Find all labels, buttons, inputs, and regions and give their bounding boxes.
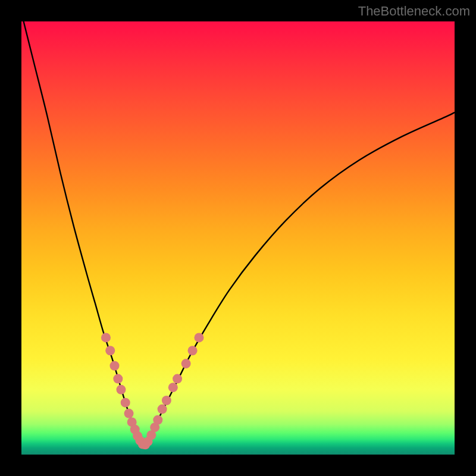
marker-point: [162, 396, 171, 405]
marker-point: [113, 374, 123, 384]
marker-point: [153, 415, 162, 425]
chart-plot-area: [21, 21, 455, 455]
series-left-curve: [21, 12, 144, 445]
marker-point: [121, 398, 130, 408]
marker-point: [116, 385, 126, 394]
marker-point: [105, 346, 115, 355]
marker-point: [110, 361, 120, 371]
marker-point: [173, 374, 182, 384]
series-right-curve: [144, 112, 455, 445]
marker-point: [101, 333, 111, 342]
marker-point: [194, 333, 203, 342]
chart-frame: TheBottleneck.com: [0, 0, 476, 476]
watermark-text: TheBottleneck.com: [358, 4, 470, 19]
chart-svg: [21, 21, 455, 455]
marker-point: [181, 359, 191, 368]
marker-point: [168, 383, 178, 392]
marker-point: [188, 346, 198, 355]
marker-point: [124, 409, 134, 418]
curve-group: [21, 12, 455, 445]
marker-group: [101, 333, 204, 449]
marker-point: [158, 405, 167, 414]
